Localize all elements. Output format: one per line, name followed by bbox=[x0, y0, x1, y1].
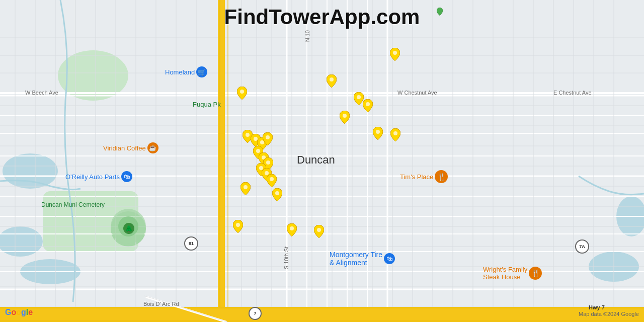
site-title: FindTowerApp.com bbox=[224, 5, 420, 29]
svg-point-83 bbox=[330, 77, 334, 82]
tower-pin[interactable] bbox=[263, 132, 273, 147]
tower-pin[interactable] bbox=[267, 174, 277, 189]
svg-point-99 bbox=[275, 191, 279, 195]
map-attribution: Map data ©2024 Google bbox=[579, 311, 639, 317]
tower-pin[interactable] bbox=[240, 182, 251, 197]
google-logo: Google bbox=[5, 308, 33, 317]
hwy7a-shield: 7A bbox=[575, 239, 589, 254]
svg-point-85 bbox=[366, 102, 370, 106]
tower-pin[interactable] bbox=[233, 220, 243, 235]
tower-pin[interactable] bbox=[314, 225, 324, 240]
map-container[interactable]: FindTowerApp.com Duncan W Beech Ave W Ch… bbox=[0, 0, 644, 322]
svg-point-95 bbox=[266, 160, 270, 165]
hwy7-shield: 7 bbox=[249, 307, 262, 320]
svg-point-101 bbox=[236, 223, 240, 227]
svg-point-1 bbox=[3, 153, 58, 189]
svg-point-98 bbox=[270, 177, 274, 181]
svg-point-87 bbox=[376, 130, 380, 134]
street-grid bbox=[0, 0, 644, 322]
tower-pin[interactable] bbox=[287, 223, 297, 238]
tower-pin[interactable] bbox=[390, 128, 400, 143]
tower-pin[interactable] bbox=[237, 87, 247, 102]
tower-pin[interactable] bbox=[373, 127, 383, 142]
svg-point-92 bbox=[266, 135, 270, 139]
svg-point-89 bbox=[246, 133, 250, 137]
hwy81-shield: 81 bbox=[184, 236, 198, 251]
tower-pin[interactable] bbox=[363, 99, 373, 114]
svg-point-102 bbox=[240, 90, 244, 94]
svg-rect-0 bbox=[0, 0, 644, 322]
tower-pin[interactable] bbox=[327, 74, 337, 90]
svg-point-86 bbox=[343, 114, 347, 118]
svg-point-82 bbox=[393, 51, 397, 55]
tower-pin[interactable] bbox=[390, 48, 400, 63]
svg-point-104 bbox=[317, 228, 321, 232]
tower-pin[interactable] bbox=[272, 188, 282, 203]
svg-point-88 bbox=[393, 131, 397, 135]
svg-rect-75 bbox=[0, 307, 644, 322]
svg-point-84 bbox=[357, 95, 361, 99]
tower-pin[interactable] bbox=[354, 92, 364, 107]
tower-pin[interactable] bbox=[340, 111, 350, 126]
tower-pin-top[interactable] bbox=[437, 8, 443, 18]
svg-point-100 bbox=[244, 185, 248, 189]
cemetery-icon: 🌲 bbox=[123, 223, 134, 234]
svg-point-103 bbox=[290, 226, 294, 230]
